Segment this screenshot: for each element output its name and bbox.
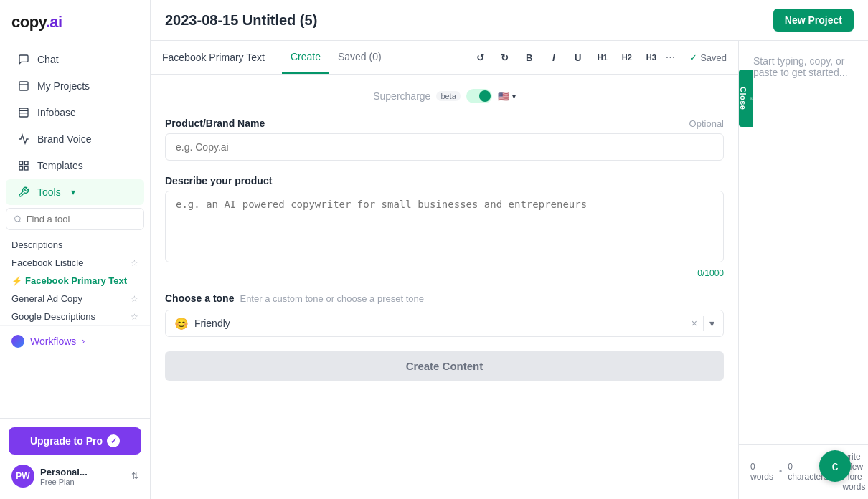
bolt-icon-primary-text: ⚡ bbox=[11, 276, 22, 286]
main-area: 2023-08-15 Untitled (5) New Project Face… bbox=[151, 0, 868, 499]
h3-button[interactable]: H3 bbox=[641, 47, 661, 67]
describe-product-group: Describe your product 0/1000 bbox=[165, 175, 724, 278]
sidebar-item-projects-label: My Projects bbox=[37, 80, 90, 92]
star-icon-general-ad: ☆ bbox=[131, 294, 138, 304]
document-name: Facebook Primary Text bbox=[162, 42, 265, 73]
close-sidebar-button[interactable]: Close bbox=[739, 70, 753, 127]
user-chevron-icon: ⇅ bbox=[131, 471, 138, 481]
pencil-icon bbox=[750, 95, 753, 102]
sidebar-item-templates-label: Templates bbox=[37, 160, 83, 171]
sidebar-item-tools[interactable]: Tools ▾ bbox=[6, 179, 144, 205]
toggle-thumb bbox=[479, 90, 491, 102]
search-icon bbox=[14, 214, 22, 224]
sidebar-bottom: Upgrade to Pro ✓ PW Personal... Free Pla… bbox=[0, 418, 150, 499]
char-count: 0/1000 bbox=[165, 268, 724, 278]
tool-item-descriptions[interactable]: Descriptions bbox=[6, 236, 144, 254]
sidebar-item-chat[interactable]: Chat bbox=[6, 47, 144, 72]
more-options-button[interactable]: ··· bbox=[666, 51, 675, 64]
supercharge-toggle[interactable] bbox=[466, 89, 492, 103]
tabs-nav: Create Saved (0) bbox=[282, 41, 471, 74]
templates-icon bbox=[17, 159, 30, 172]
sidebar-item-brand-label: Brand Voice bbox=[37, 133, 92, 145]
tool-item-general-ad-copy[interactable]: General Ad Copy ☆ bbox=[6, 290, 144, 308]
tab-create[interactable]: Create bbox=[282, 41, 329, 74]
content-area: Facebook Primary Text Create Saved (0) ↺… bbox=[151, 41, 868, 499]
editor-panel: Close Start typing, copy, or paste to ge… bbox=[739, 41, 868, 499]
avatar: PW bbox=[11, 465, 34, 488]
project-title: 2023-08-15 Untitled (5) bbox=[165, 12, 317, 29]
tone-chevron-icon[interactable]: ▾ bbox=[709, 318, 714, 329]
svg-rect-0 bbox=[19, 82, 28, 90]
flag-emoji: 🇺🇸 bbox=[498, 91, 509, 102]
upgrade-button[interactable]: Upgrade to Pro ✓ bbox=[9, 427, 141, 455]
logo: copy.ai bbox=[0, 0, 150, 43]
tools-chevron-icon: ▾ bbox=[71, 187, 75, 197]
describe-product-textarea[interactable] bbox=[165, 191, 724, 262]
flag-selector[interactable]: 🇺🇸 ▾ bbox=[498, 91, 516, 102]
product-brand-input[interactable] bbox=[165, 133, 724, 161]
sidebar-item-tools-label: Tools bbox=[37, 186, 61, 198]
tool-item-facebook-primary-text[interactable]: ⚡ Facebook Primary Text bbox=[6, 272, 144, 290]
workflows-icon bbox=[11, 335, 24, 348]
tool-item-google-descriptions[interactable]: Google Descriptions ☆ bbox=[6, 308, 144, 325]
flag-chevron-icon: ▾ bbox=[512, 92, 516, 100]
workflows-label: Workflows bbox=[30, 336, 76, 347]
tool-label-listicle: Facebook Listicle bbox=[11, 257, 83, 268]
h1-button[interactable]: H1 bbox=[593, 47, 613, 67]
tool-item-facebook-listicle[interactable]: Facebook Listicle ☆ bbox=[6, 254, 144, 272]
saved-label: Saved bbox=[700, 52, 727, 63]
tool-list: Descriptions Facebook Listicle ☆ ⚡ Faceb… bbox=[0, 236, 150, 325]
italic-button[interactable]: I bbox=[544, 47, 564, 67]
workflows-section: Workflows › bbox=[0, 325, 150, 356]
svg-rect-8 bbox=[19, 166, 23, 170]
tone-selector[interactable]: 😊 Friendly × ▾ bbox=[165, 310, 724, 337]
tabs-bar: Facebook Primary Text Create Saved (0) ↺… bbox=[151, 41, 738, 75]
chat-icon bbox=[17, 53, 30, 66]
sidebar-item-my-projects[interactable]: My Projects bbox=[6, 73, 144, 99]
product-brand-label: Product/Brand Name Optional bbox=[165, 118, 724, 129]
tone-divider bbox=[703, 316, 704, 331]
upgrade-label: Upgrade to Pro bbox=[30, 435, 103, 447]
star-icon-google-desc: ☆ bbox=[131, 312, 138, 322]
user-profile[interactable]: PW Personal... Free Plan ⇅ bbox=[9, 462, 141, 490]
sidebar-item-templates[interactable]: Templates bbox=[6, 153, 144, 179]
workflows-button[interactable]: Workflows › bbox=[11, 335, 138, 348]
editor-placeholder: Start typing, copy, or paste to get star… bbox=[753, 55, 848, 78]
tab-saved[interactable]: Saved (0) bbox=[329, 41, 390, 74]
redo-button[interactable]: ↻ bbox=[495, 47, 515, 67]
supercharge-bar: Supercharge beta 🇺🇸 ▾ bbox=[165, 89, 724, 103]
tone-hint: Enter a custom tone or choose a preset t… bbox=[240, 293, 424, 304]
tone-clear-button[interactable]: × bbox=[692, 318, 697, 329]
bold-button[interactable]: B bbox=[519, 47, 539, 67]
sidebar-item-infobase[interactable]: Infobase bbox=[6, 100, 144, 125]
sidebar-item-brand-voice[interactable]: Brand Voice bbox=[6, 126, 144, 152]
tool-label-primary-text: Facebook Primary Text bbox=[25, 275, 127, 286]
beta-badge: beta bbox=[436, 91, 460, 101]
topbar: 2023-08-15 Untitled (5) New Project bbox=[151, 0, 868, 41]
svg-line-10 bbox=[19, 221, 21, 222]
svg-rect-6 bbox=[24, 161, 28, 165]
search-input[interactable] bbox=[27, 214, 136, 224]
h2-button[interactable]: H2 bbox=[617, 47, 637, 67]
brand-icon bbox=[17, 133, 30, 146]
float-chat-button[interactable]: c bbox=[819, 450, 851, 482]
undo-button[interactable]: ↺ bbox=[471, 47, 491, 67]
form-panel: Supercharge beta 🇺🇸 ▾ Product/Brand Name… bbox=[151, 75, 738, 499]
infobase-icon bbox=[17, 106, 30, 119]
user-name: Personal... bbox=[40, 467, 126, 477]
sidebar-item-infobase-label: Infobase bbox=[37, 107, 76, 118]
editor-content[interactable]: Start typing, copy, or paste to get star… bbox=[739, 41, 868, 444]
new-project-button[interactable]: New Project bbox=[773, 9, 854, 32]
underline-button[interactable]: U bbox=[568, 47, 588, 67]
tool-label-general-ad: General Ad Copy bbox=[11, 293, 82, 304]
left-panel: Facebook Primary Text Create Saved (0) ↺… bbox=[151, 41, 739, 499]
tool-search-box[interactable] bbox=[6, 208, 144, 230]
word-count: 0 words bbox=[750, 462, 773, 482]
sidebar: copy.ai Chat My Projects Infobase bbox=[0, 0, 151, 499]
create-content-button[interactable]: Create Content bbox=[165, 351, 724, 381]
nav-menu: Chat My Projects Infobase Brand Voice bbox=[0, 43, 150, 418]
toolbar: ↺ ↻ B I U H1 H2 H3 ··· ✓ Saved bbox=[471, 47, 727, 67]
close-label: Close bbox=[739, 87, 747, 110]
checkmark-saved-icon: ✓ bbox=[689, 52, 697, 63]
product-brand-name-group: Product/Brand Name Optional bbox=[165, 118, 724, 161]
